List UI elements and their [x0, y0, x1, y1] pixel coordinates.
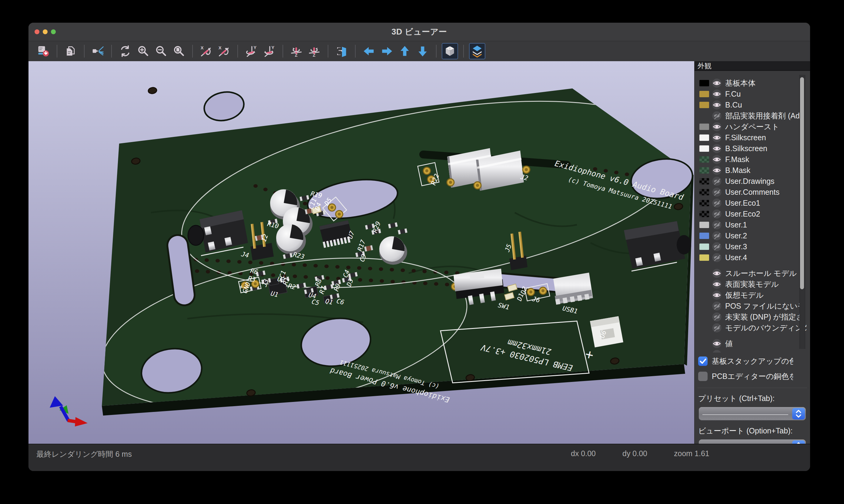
- dropdown-stepper-icon[interactable]: [792, 440, 805, 444]
- layer-row[interactable]: User.Eco2: [694, 209, 810, 219]
- layer-color-swatch[interactable]: [700, 233, 709, 239]
- zoom-fit-button[interactable]: [171, 43, 187, 59]
- move-left-button[interactable]: [361, 43, 377, 59]
- layer-row[interactable]: 基板本体: [694, 77, 810, 88]
- layer-row[interactable]: F.Cu: [694, 88, 810, 100]
- flip-board-button[interactable]: [333, 43, 350, 59]
- layer-row[interactable]: User.Comments: [694, 186, 810, 197]
- rotate-x-clockwise-button[interactable]: X: [198, 43, 214, 59]
- zoom-window-button[interactable]: [51, 30, 56, 34]
- checkbox-row[interactable]: 基板スタックアップの色を使用: [694, 354, 810, 368]
- layer-color-swatch[interactable]: [700, 124, 709, 130]
- layer-row[interactable]: User.3: [694, 241, 810, 252]
- layer-row[interactable]: F.Silkscreen: [694, 132, 810, 143]
- move-right-button[interactable]: [379, 43, 395, 59]
- rotate-z-clockwise-button[interactable]: Z: [288, 43, 305, 59]
- move-down-button[interactable]: [414, 43, 431, 59]
- model-row[interactable]: 未実装 (DNP) が指定さ: [694, 311, 810, 322]
- rotate-x-counterclockwise-button[interactable]: X: [216, 43, 232, 59]
- dropdown-stepper-icon[interactable]: [792, 408, 805, 419]
- eye-visible-icon[interactable]: [712, 78, 722, 88]
- eye-hidden-icon[interactable]: [712, 312, 722, 322]
- layer-color-swatch[interactable]: [700, 134, 709, 141]
- redraw-button[interactable]: [117, 43, 133, 59]
- layer-color-swatch[interactable]: [700, 102, 709, 108]
- minimize-button[interactable]: [43, 30, 48, 34]
- layer-row[interactable]: B.Mask: [694, 165, 810, 176]
- layer-row[interactable]: User.4: [694, 252, 810, 263]
- pcb-3d-render[interactable]: EEMB LP502030 +3.7V21mmx32mm+ Exidiophon…: [29, 61, 694, 444]
- appearance-layers-toggle[interactable]: [469, 43, 485, 59]
- rotate-y-counterclockwise-button[interactable]: Y: [261, 43, 277, 59]
- eye-visible-icon[interactable]: [712, 166, 722, 175]
- eye-hidden-icon[interactable]: [712, 220, 722, 230]
- layer-color-swatch[interactable]: [700, 91, 709, 97]
- layer-row[interactable]: User.1: [694, 219, 810, 230]
- layer-color-swatch[interactable]: [700, 254, 709, 261]
- viewport-3d[interactable]: EEMB LP502030 +3.7V21mmx32mm+ Exidiophon…: [29, 61, 694, 444]
- model-row[interactable]: 仮想モデル: [694, 290, 810, 301]
- appearance-scrollbar[interactable]: [799, 75, 805, 349]
- checkbox-unchecked-icon[interactable]: [698, 372, 708, 381]
- eye-hidden-icon[interactable]: [712, 301, 722, 311]
- eye-hidden-icon[interactable]: [712, 209, 722, 219]
- model-row[interactable]: POS ファイルにないモ: [694, 301, 810, 311]
- layer-row[interactable]: F.Mask: [694, 154, 810, 165]
- eye-visible-icon[interactable]: [712, 133, 722, 142]
- model-row[interactable]: モデルのバウンディング: [694, 322, 810, 333]
- checkbox-row[interactable]: PCBエディターの銅色を使用: [694, 370, 810, 383]
- layer-color-swatch[interactable]: [700, 244, 709, 250]
- layer-row[interactable]: B.Silkscreen: [694, 143, 810, 154]
- eye-hidden-icon[interactable]: [712, 198, 722, 208]
- scrollbar-thumb[interactable]: [800, 77, 804, 289]
- model-row[interactable]: 表面実装モデル: [694, 278, 810, 290]
- render-raytracing-button[interactable]: [90, 43, 106, 59]
- layer-row[interactable]: User.Eco1: [694, 197, 810, 209]
- rotate-y-clockwise-button[interactable]: Y: [243, 43, 259, 59]
- layer-color-swatch[interactable]: [700, 200, 709, 206]
- eye-visible-icon[interactable]: [712, 100, 722, 110]
- layer-color-swatch[interactable]: [700, 222, 709, 228]
- layer-row[interactable]: ハンダペースト: [694, 121, 810, 132]
- eye-visible-icon[interactable]: [712, 290, 722, 300]
- orthographic-projection-toggle[interactable]: [442, 43, 458, 59]
- viewport-dropdown[interactable]: [699, 439, 806, 444]
- eye-visible-icon[interactable]: [712, 144, 722, 153]
- rotate-z-counterclockwise-button[interactable]: Z: [306, 43, 323, 59]
- eye-visible-icon[interactable]: [712, 155, 722, 164]
- eye-visible-icon[interactable]: [712, 122, 722, 131]
- model-row[interactable]: 値: [694, 338, 810, 349]
- eye-hidden-icon[interactable]: [712, 177, 722, 186]
- layer-row[interactable]: 部品実装用接着剤 (Adh: [694, 110, 810, 121]
- zoom-in-button[interactable]: [135, 43, 151, 59]
- eye-visible-icon[interactable]: [712, 269, 722, 278]
- checkbox-checked-icon[interactable]: [698, 357, 708, 366]
- eye-hidden-icon[interactable]: [712, 231, 722, 240]
- eye-visible-icon[interactable]: [712, 89, 722, 99]
- layer-row[interactable]: User.2: [694, 230, 810, 241]
- eye-visible-icon[interactable]: [712, 350, 722, 353]
- eye-visible-icon[interactable]: [712, 339, 722, 348]
- move-up-button[interactable]: [397, 43, 413, 59]
- zoom-out-button[interactable]: [153, 43, 169, 59]
- eye-visible-icon[interactable]: [712, 280, 722, 289]
- preset-dropdown[interactable]: [699, 407, 806, 420]
- close-button[interactable]: [35, 30, 39, 34]
- layer-color-swatch[interactable]: [700, 211, 709, 217]
- eye-hidden-icon[interactable]: [712, 323, 722, 332]
- layer-row[interactable]: B.Cu: [694, 100, 810, 110]
- layer-row[interactable]: User.Drawings: [694, 176, 810, 186]
- layer-color-swatch[interactable]: [700, 178, 709, 184]
- layer-color-swatch[interactable]: [700, 156, 709, 163]
- layer-color-swatch[interactable]: [700, 145, 709, 152]
- copy-image-button[interactable]: [63, 43, 79, 59]
- layer-color-swatch[interactable]: [700, 80, 709, 86]
- eye-hidden-icon[interactable]: [712, 242, 722, 251]
- eye-hidden-icon[interactable]: [712, 111, 722, 121]
- eye-hidden-icon[interactable]: [712, 253, 722, 262]
- eye-hidden-icon[interactable]: [712, 187, 722, 197]
- export-board-image-button[interactable]: [35, 43, 52, 59]
- layer-color-swatch[interactable]: [700, 167, 709, 174]
- layer-color-swatch[interactable]: [700, 189, 709, 195]
- model-row[interactable]: [694, 349, 810, 353]
